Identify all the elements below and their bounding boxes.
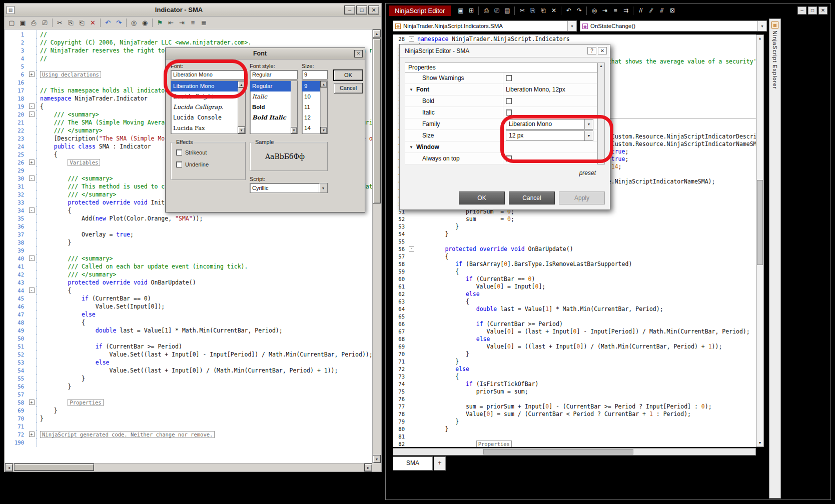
left-vertical-scrollbar[interactable]: ▲ ▼ bbox=[372, 30, 381, 463]
size-list-item[interactable]: 12 bbox=[302, 112, 320, 123]
ok-button[interactable]: OK bbox=[459, 192, 505, 204]
bookmark-icon[interactable]: ⚑ bbox=[155, 18, 165, 28]
print-icon[interactable]: ⎙ bbox=[481, 6, 491, 16]
fold-toggle-icon[interactable]: - bbox=[29, 208, 35, 213]
scrollbar-thumb[interactable] bbox=[373, 38, 381, 204]
new-file-icon[interactable]: ▢ bbox=[7, 18, 17, 28]
font-style-input[interactable]: Regular bbox=[250, 70, 298, 80]
fold-toggle-icon[interactable]: + bbox=[29, 160, 35, 165]
scroll-down-icon[interactable]: ▼ bbox=[238, 126, 245, 134]
strikeout-checkbox[interactable] bbox=[176, 150, 182, 156]
properties-dialog-titlebar[interactable]: NinjaScript Editor - SMA ? ✕ bbox=[400, 44, 610, 58]
scroll-down-icon[interactable]: ▼ bbox=[291, 127, 297, 134]
method-select[interactable]: ◆ OnStateChange() ▼ bbox=[580, 20, 767, 32]
undo-icon[interactable]: ↶ bbox=[103, 18, 113, 28]
left-horizontal-scrollbar[interactable]: ◄ ► bbox=[5, 463, 372, 471]
size-list-item[interactable]: 16 bbox=[302, 134, 320, 134]
paste-icon[interactable]: ⎗ bbox=[77, 18, 87, 28]
fold-toggle-icon[interactable]: + bbox=[29, 432, 35, 437]
scroll-up-icon[interactable]: ▲ bbox=[598, 64, 604, 68]
cancel-button[interactable]: Cancel bbox=[509, 192, 555, 204]
category-caret-icon[interactable]: ▼ bbox=[409, 145, 413, 150]
style-list-item[interactable]: Italic bbox=[250, 92, 291, 102]
comment-icon[interactable]: // bbox=[636, 6, 645, 16]
collapsed-region[interactable]: Properties bbox=[476, 440, 512, 447]
redo-icon[interactable]: ↷ bbox=[114, 18, 124, 28]
fold-toggle-icon[interactable]: - bbox=[409, 246, 414, 252]
print-preview-icon[interactable]: ⎚ bbox=[40, 18, 50, 28]
compile-icon[interactable]: ⫻ bbox=[657, 6, 666, 16]
comment-icon[interactable]: ≡ bbox=[188, 18, 198, 28]
fold-toggle-icon[interactable]: - bbox=[29, 256, 35, 261]
send-icon[interactable]: ⊠ bbox=[667, 6, 677, 16]
style-list-item[interactable]: Regular bbox=[250, 81, 291, 92]
style-list-item[interactable]: Bold bbox=[250, 102, 291, 112]
save-icon[interactable]: ▣ bbox=[456, 6, 465, 16]
scroll-down-icon[interactable]: ▼ bbox=[373, 455, 381, 463]
delete-icon[interactable]: ✕ bbox=[549, 6, 558, 16]
fold-toggle-icon[interactable]: - bbox=[29, 288, 35, 293]
close-icon[interactable]: ✕ bbox=[598, 47, 607, 54]
close-icon[interactable]: ✕ bbox=[354, 50, 363, 58]
paste-icon[interactable]: ⎗ bbox=[538, 6, 548, 16]
collapsed-region[interactable]: NinjaScript generated code. Neither chan… bbox=[40, 431, 215, 438]
fold-toggle-icon[interactable]: + bbox=[29, 72, 35, 77]
italic-checkbox[interactable] bbox=[506, 110, 512, 116]
underline-option[interactable]: Underline bbox=[176, 162, 209, 168]
find-icon[interactable]: ◎ bbox=[129, 18, 139, 28]
page-setup-icon[interactable]: ▤ bbox=[502, 6, 512, 16]
save-icon[interactable]: ▣ bbox=[18, 18, 28, 28]
right-horizontal-scrollbar[interactable] bbox=[393, 448, 756, 456]
scroll-up-icon[interactable]: ▲ bbox=[320, 81, 327, 88]
delete-icon[interactable]: ✕ bbox=[88, 18, 98, 28]
scrollbar-thumb[interactable] bbox=[14, 464, 94, 471]
cut-icon[interactable]: ✂ bbox=[55, 18, 65, 28]
category-caret-icon[interactable]: ▼ bbox=[409, 88, 413, 92]
add-tab-button[interactable]: + bbox=[434, 456, 446, 470]
chevron-down-icon[interactable]: ▼ bbox=[567, 21, 576, 31]
close-button[interactable]: ✕ bbox=[368, 6, 379, 14]
print-preview-icon[interactable]: ⎚ bbox=[492, 6, 501, 16]
size-list-scrollbar[interactable]: ▲ ▼ bbox=[320, 81, 327, 134]
show-warnings-checkbox[interactable] bbox=[506, 75, 512, 81]
left-titlebar[interactable]: ▤ Indicator - SMA – □ ✕ bbox=[5, 4, 381, 16]
copy-icon[interactable]: ⎘ bbox=[66, 18, 76, 28]
print-icon[interactable]: ⎙ bbox=[29, 18, 39, 28]
outdent-icon[interactable]: ⇤ bbox=[166, 18, 176, 28]
scroll-down-icon[interactable]: ▼ bbox=[756, 440, 763, 446]
save-all-icon[interactable]: ⊞ bbox=[466, 6, 476, 16]
restore-button[interactable]: □ bbox=[808, 6, 817, 14]
fold-toggle-icon[interactable]: - bbox=[29, 112, 35, 117]
uncomment-icon[interactable]: ∕∕ bbox=[646, 6, 656, 16]
collapsed-region[interactable]: Using declarations bbox=[40, 71, 101, 78]
fold-toggle-icon[interactable]: - bbox=[29, 176, 35, 181]
undo-icon[interactable]: ↶ bbox=[564, 6, 573, 16]
redo-icon[interactable]: ↷ bbox=[574, 6, 584, 16]
indent-icon[interactable]: ⇥ bbox=[177, 18, 187, 28]
scroll-up-icon[interactable]: ▲ bbox=[373, 30, 381, 38]
underline-checkbox[interactable] bbox=[176, 162, 182, 168]
find-next-icon[interactable]: ◉ bbox=[140, 18, 150, 28]
goto-line-icon[interactable]: ⇥ bbox=[600, 6, 609, 16]
ok-button[interactable]: OK bbox=[334, 70, 363, 80]
font-dialog-titlebar[interactable]: Font ✕ bbox=[166, 48, 365, 60]
size-list-item[interactable]: 14 bbox=[302, 123, 320, 134]
collapsed-region[interactable]: Variables bbox=[68, 159, 100, 166]
scrollbar-thumb[interactable] bbox=[757, 180, 763, 265]
scrollbar-thumb[interactable] bbox=[483, 449, 633, 454]
right-titlebar[interactable]: NinjaScript Editor ▣⊞⎙⎚▤✂⎘⎗✕↶↷◎⇥≡⇉//∕∕⫻⊠… bbox=[386, 4, 830, 18]
help-icon[interactable]: ? bbox=[587, 47, 596, 54]
font-list-item[interactable]: Lucida Console bbox=[171, 112, 238, 123]
collapsed-region[interactable]: Properties bbox=[68, 399, 103, 406]
fold-toggle-icon[interactable]: - bbox=[409, 36, 414, 42]
apply-button[interactable]: Apply bbox=[559, 192, 605, 204]
fold-toggle-icon[interactable]: - bbox=[29, 104, 35, 109]
minimize-button[interactable]: – bbox=[344, 6, 355, 14]
style-list-item[interactable]: Bold Italic bbox=[250, 112, 291, 123]
scroll-down-icon[interactable]: ▼ bbox=[320, 127, 327, 134]
bold-checkbox[interactable] bbox=[506, 98, 512, 104]
ninjascript-explorer-tab[interactable]: ▦ NinjaScript Explorer bbox=[769, 18, 781, 498]
scroll-left-icon[interactable]: ◄ bbox=[5, 464, 13, 472]
tab-sma[interactable]: SMA bbox=[393, 456, 433, 470]
align-icon[interactable]: ⇉ bbox=[621, 6, 630, 16]
